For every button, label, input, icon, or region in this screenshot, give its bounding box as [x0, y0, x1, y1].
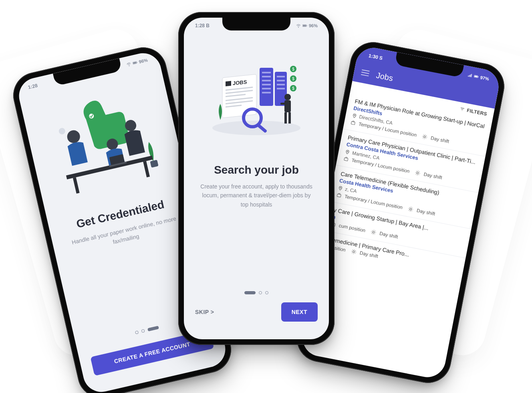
- svg-point-59: [417, 172, 419, 174]
- onboarding-illustration: [21, 73, 187, 215]
- svg-text:$: $: [292, 86, 294, 91]
- onboarding-illustration: JOBS: [184, 42, 329, 154]
- sun-icon: [371, 229, 377, 235]
- svg-rect-52: [474, 75, 478, 77]
- filter-icon: [459, 107, 465, 112]
- svg-rect-32: [262, 92, 271, 93]
- job-position-type: sition: [334, 245, 346, 253]
- battery-icon: [474, 74, 479, 79]
- svg-rect-10: [143, 161, 150, 178]
- svg-rect-48: [280, 103, 286, 105]
- svg-rect-34: [277, 76, 285, 77]
- briefcase-icon: [350, 120, 356, 126]
- page-dot[interactable]: [265, 291, 268, 294]
- svg-rect-55: [351, 122, 355, 125]
- svg-point-46: [284, 94, 291, 100]
- svg-point-5: [66, 129, 81, 144]
- page-dots: [244, 291, 268, 302]
- svg-text:$: $: [292, 77, 294, 81]
- svg-point-13: [58, 127, 66, 135]
- svg-rect-29: [262, 80, 271, 81]
- svg-rect-58: [344, 158, 348, 161]
- svg-rect-53: [478, 77, 478, 77]
- svg-point-56: [424, 136, 426, 138]
- phone-center: 1:28 B 96% JOBS: [178, 12, 335, 345]
- svg-rect-37: [277, 88, 285, 89]
- svg-rect-30: [262, 84, 271, 85]
- svg-rect-19: [226, 81, 231, 86]
- svg-rect-49: [284, 112, 287, 124]
- svg-rect-28: [262, 76, 271, 77]
- sun-icon: [421, 134, 428, 140]
- status-time: 1:28 B: [195, 23, 210, 28]
- briefcase-icon: [343, 156, 349, 162]
- svg-rect-50: [288, 112, 291, 124]
- status-time: 1:28: [28, 83, 38, 90]
- battery-icon: [302, 23, 307, 28]
- status-battery-pct: 97%: [480, 75, 490, 81]
- svg-point-17: [212, 121, 300, 135]
- page-dot[interactable]: [259, 291, 262, 294]
- skip-button[interactable]: SKIP >: [195, 309, 214, 315]
- location-pin-icon: [345, 149, 350, 155]
- svg-rect-31: [262, 88, 271, 89]
- page-dot-active[interactable]: [244, 291, 256, 294]
- onboarding-title: Search your job: [206, 164, 307, 176]
- svg-rect-16: [306, 25, 307, 26]
- svg-point-57: [347, 151, 348, 152]
- svg-rect-3: [150, 160, 158, 168]
- jobs-list[interactable]: FM & IM Physician Role at Growing Start-…: [319, 93, 492, 280]
- sun-icon: [407, 206, 414, 212]
- sun-icon: [415, 170, 421, 176]
- filters-label: FILTERS: [466, 107, 488, 117]
- location-pin-icon: [352, 113, 357, 119]
- page-dot[interactable]: [141, 329, 145, 333]
- svg-point-54: [354, 115, 355, 116]
- svg-text:$: $: [292, 67, 294, 71]
- svg-rect-9: [73, 177, 80, 194]
- svg-rect-26: [260, 68, 273, 106]
- phone-notch: [222, 18, 290, 30]
- svg-point-66: [353, 251, 355, 253]
- svg-rect-61: [337, 194, 341, 197]
- hamburger-menu-icon[interactable]: [361, 69, 370, 77]
- wifi-icon: [296, 23, 301, 28]
- svg-point-64: [373, 231, 375, 233]
- svg-rect-35: [277, 80, 285, 81]
- job-location: z, CA: [345, 186, 357, 194]
- location-pin-icon: [338, 185, 343, 191]
- page-dot[interactable]: [135, 330, 139, 334]
- briefcase-icon: [336, 192, 342, 198]
- next-button[interactable]: NEXT: [281, 302, 318, 322]
- status-battery-pct: 96%: [309, 23, 318, 28]
- sun-icon: [351, 248, 357, 255]
- svg-rect-36: [277, 84, 285, 85]
- svg-rect-15: [303, 25, 306, 26]
- page-dot-active[interactable]: [147, 326, 159, 331]
- status-battery-pct: 96%: [139, 58, 148, 65]
- svg-rect-27: [262, 72, 271, 73]
- svg-rect-47: [284, 100, 291, 112]
- status-time: 1:30 S: [368, 53, 383, 61]
- battery-icon: [132, 60, 138, 65]
- svg-point-60: [340, 187, 341, 188]
- wifi-icon: [126, 61, 131, 67]
- svg-point-62: [410, 208, 412, 210]
- signal-icon: [467, 73, 473, 78]
- onboarding-desc: Create your free account, apply to thous…: [184, 182, 329, 209]
